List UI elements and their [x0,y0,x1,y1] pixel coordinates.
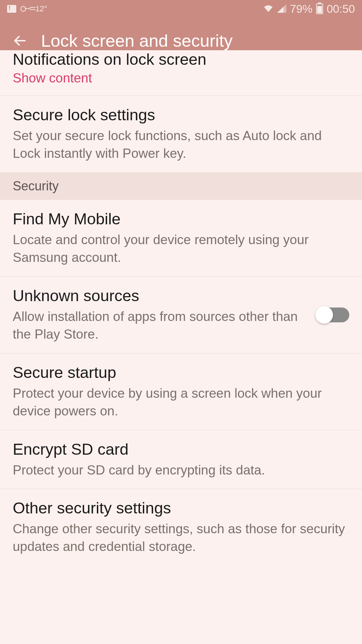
item-title: Secure startup [13,363,349,382]
security-section-header: Security [0,172,362,200]
other-security-settings-item[interactable]: Other security settings Change other sec… [0,489,362,565]
sim-alert-icon [7,5,16,13]
encrypt-sd-card-item[interactable]: Encrypt SD card Protect your SD card by … [0,430,362,489]
unknown-sources-item[interactable]: Unknown sources Allow installation of ap… [0,277,362,353]
secure-startup-item[interactable]: Secure startup Protect your device by us… [0,353,362,430]
item-value: Show content [13,71,349,86]
notifications-lock-screen-item[interactable]: Notifications on lock screen Show conten… [0,50,362,96]
signal-icon [277,2,286,16]
item-subtitle: Protect your device by using a screen lo… [13,385,349,420]
page-title: Lock screen and security [41,31,233,51]
status-right: 79% 00:50 [263,2,355,16]
back-arrow-icon[interactable] [13,34,27,48]
item-subtitle: Set your secure lock functions, such as … [13,127,349,162]
item-subtitle: Change other security settings, such as … [13,520,349,556]
item-title: Other security settings [13,499,349,517]
item-subtitle: Allow installation of apps from sources … [13,308,308,343]
item-title: Encrypt SD card [13,440,349,459]
battery-percent: 79% [290,2,313,16]
item-title: Secure lock settings [13,106,349,124]
wifi-icon [263,2,274,16]
item-title: Find My Mobile [13,210,349,228]
settings-list: Notifications on lock screen Show conten… [0,50,362,565]
status-left: 12° [7,4,47,13]
item-title: Unknown sources [13,287,308,305]
find-my-mobile-item[interactable]: Find My Mobile Locate and control your d… [0,200,362,277]
item-subtitle: Locate and control your device remotely … [13,231,349,266]
vpn-key-icon [21,6,31,12]
clock-time: 00:50 [327,2,355,16]
item-subtitle: Protect your SD card by encrypting its d… [13,461,349,479]
unknown-sources-toggle[interactable] [318,307,349,322]
temperature-indicator: 12° [35,4,47,13]
secure-lock-settings-item[interactable]: Secure lock settings Set your secure loc… [0,96,362,172]
item-title: Notifications on lock screen [13,50,349,69]
status-bar: 12° 79% 00:50 [0,0,362,18]
battery-icon [316,4,323,14]
